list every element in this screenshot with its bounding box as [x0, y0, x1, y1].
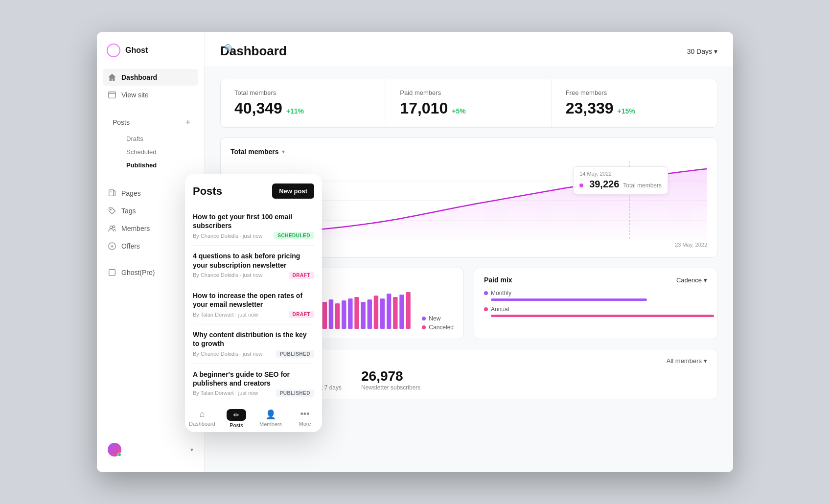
dashboard-label: Dashboard: [121, 73, 157, 81]
canceled-label: Canceled: [429, 324, 454, 331]
annual-label: Annual: [491, 306, 509, 313]
sidebar-item-offers[interactable]: Offers: [103, 238, 198, 254]
mobile-nav-more-label: More: [299, 421, 311, 427]
svg-point-7: [110, 209, 111, 210]
members-icon: [108, 224, 116, 233]
sidebar-item-pages[interactable]: Pages: [103, 185, 198, 202]
post-title-3: How to increase the open rates of your e…: [193, 291, 314, 309]
search-button[interactable]: 🔍: [224, 44, 235, 54]
monthly-label: Monthly: [491, 290, 511, 297]
free-members-change: +15%: [618, 107, 635, 115]
paid-mix-legend: Monthly Annual: [484, 290, 707, 317]
svg-rect-34: [329, 299, 333, 329]
posts-subnav: Drafts Scheduled Published: [103, 133, 198, 171]
tooltip-date: 14 May, 2022: [579, 171, 662, 177]
chevron-down-icon: ▾: [714, 47, 717, 55]
sidebar-item-dashboard[interactable]: Dashboard: [103, 69, 198, 86]
free-members-value: 23,339: [566, 99, 614, 117]
post-author-4: By Chance Dokidis · just now: [193, 351, 262, 357]
mobile-nav-posts-label: Posts: [230, 422, 243, 428]
mobile-nav-members-label: Members: [259, 421, 282, 427]
svg-rect-39: [361, 302, 365, 329]
svg-rect-43: [387, 294, 391, 329]
new-post-plus-button[interactable]: +: [183, 117, 193, 128]
more-nav-icon: •••: [300, 409, 310, 419]
post-title-5: A beginner's guide to SEO for publishers…: [193, 370, 314, 388]
members-nav-icon: 👤: [265, 409, 276, 420]
post-author-2: By Chance Dokidis · just now: [193, 272, 262, 278]
posts-label: Posts: [113, 118, 130, 126]
svg-rect-44: [393, 297, 397, 329]
user-menu[interactable]: ▾: [103, 439, 198, 460]
newsletter-stat: 26,978 Newsletter subscribers: [361, 368, 420, 391]
chevron-down-icon: ▾: [190, 446, 193, 453]
sidebar-item-posts[interactable]: Posts +: [103, 113, 198, 132]
mobile-nav-posts[interactable]: ✏ Posts: [219, 407, 254, 430]
total-members-value: 40,349: [234, 99, 282, 117]
offers-label: Offers: [121, 242, 140, 250]
svg-rect-38: [354, 297, 359, 329]
sidebar-item-ghost-pro[interactable]: Ghost(Pro): [103, 264, 198, 281]
main-header: Dashboard 30 Days ▾: [205, 32, 733, 67]
post-title-1: How to get your first 100 email subscrib…: [193, 212, 314, 230]
newsletter-label: Newsletter subscribers: [361, 384, 420, 391]
mobile-nav-members[interactable]: 👤 Members: [254, 407, 288, 430]
post-item-4[interactable]: Why content distribution is the key to g…: [193, 324, 314, 364]
canceled-dot: [422, 325, 426, 329]
sidebar-item-members[interactable]: Members: [103, 220, 198, 237]
monthly-bar: [491, 298, 647, 301]
new-label: New: [429, 315, 440, 322]
svg-rect-33: [323, 302, 327, 329]
cadence-selector[interactable]: Cadence ▾: [676, 276, 707, 284]
sidebar-item-published[interactable]: Published: [121, 159, 198, 171]
sidebar-item-view-site[interactable]: View site: [103, 87, 198, 103]
ghost-pro-label: Ghost(Pro): [121, 269, 155, 276]
new-post-button[interactable]: New post: [272, 183, 314, 199]
avatar: [108, 443, 121, 457]
svg-rect-46: [406, 292, 410, 329]
svg-rect-0: [109, 92, 115, 98]
post-item-5[interactable]: A beginner's guide to SEO for publishers…: [193, 364, 314, 403]
free-members-stat: Free members 23,339 +15%: [552, 79, 717, 127]
mobile-nav-dashboard[interactable]: ⌂ Dashboard: [185, 407, 219, 430]
post-badge-1: SCHEDULED: [274, 232, 314, 239]
paid-members-stat: Paid members 17,010 +5%: [386, 79, 551, 127]
sidebar-item-drafts[interactable]: Drafts: [121, 133, 198, 145]
svg-rect-42: [380, 298, 385, 329]
app-window: Ghost Dashboard View site Posts + Drafts: [97, 32, 733, 472]
post-title-2: 4 questions to ask before pricing your s…: [193, 252, 314, 269]
pages-icon: [108, 189, 116, 198]
posts-nav-icon: ✏: [233, 411, 239, 419]
ghost-logo-icon: [107, 44, 120, 57]
post-title-4: Why content distribution is the key to g…: [193, 330, 314, 348]
svg-rect-37: [348, 298, 352, 329]
annual-bar: [491, 315, 714, 317]
post-badge-2: DRAFT: [289, 272, 314, 279]
app-name: Ghost: [125, 46, 148, 55]
post-item-2[interactable]: 4 questions to ask before pricing your s…: [193, 246, 314, 285]
post-item-3[interactable]: How to increase the open rates of your e…: [193, 285, 314, 324]
svg-rect-40: [368, 299, 372, 329]
sidebar-item-tags[interactable]: Tags: [103, 203, 198, 219]
chevron-down-icon: ▾: [282, 148, 285, 155]
stats-row: Total members 40,349 +11% Paid members 1…: [220, 79, 717, 128]
post-author-1: By Chance Dokidis · just now: [193, 233, 262, 239]
post-badge-3: DRAFT: [289, 311, 314, 318]
post-author-5: By Talan Dorwart · just now: [193, 390, 258, 396]
days-selector[interactable]: 30 Days ▾: [687, 47, 717, 55]
sidebar-logo[interactable]: Ghost: [97, 44, 204, 69]
home-icon: [108, 73, 116, 82]
mobile-nav-dashboard-label: Dashboard: [189, 421, 215, 427]
paid-members-value: 17,010: [400, 99, 448, 117]
post-item-1[interactable]: How to get your first 100 email subscrib…: [193, 206, 314, 246]
svg-point-8: [110, 226, 113, 229]
post-badge-5: PUBLISHED: [276, 389, 314, 397]
posts-nav-bg: ✏: [227, 409, 246, 421]
free-members-label: Free members: [566, 89, 703, 96]
mobile-nav-more[interactable]: ••• More: [288, 407, 322, 430]
svg-rect-36: [342, 300, 346, 329]
paid-mix-title: Paid mix: [484, 276, 512, 284]
pages-label: Pages: [121, 189, 141, 197]
svg-rect-35: [335, 303, 340, 329]
sidebar-item-scheduled[interactable]: Scheduled: [121, 146, 198, 158]
